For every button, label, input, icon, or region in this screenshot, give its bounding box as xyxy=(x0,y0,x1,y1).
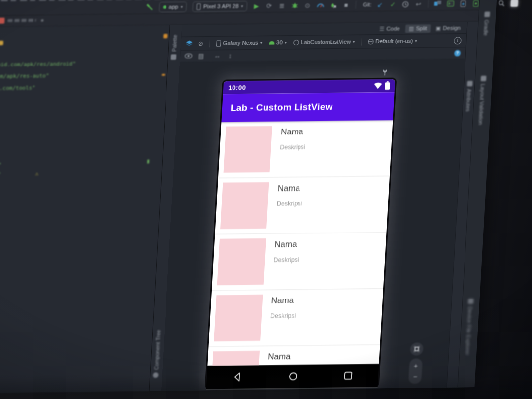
profiler-icon[interactable] xyxy=(315,0,326,9)
toolbar-separator xyxy=(361,38,362,46)
palette-label: Palette xyxy=(171,35,178,52)
gradle-label: Gradle xyxy=(483,20,490,36)
orientation-vertical-icon[interactable]: ↕ xyxy=(225,51,235,60)
search-everywhere-icon[interactable] xyxy=(497,0,507,8)
toolbar-spacer xyxy=(0,7,143,9)
help-icon[interactable]: ? xyxy=(454,50,461,56)
debug-button[interactable] xyxy=(290,1,300,10)
item-title: Nama xyxy=(268,352,291,362)
xml-tag-fragment-blurred xyxy=(0,41,3,45)
code-line: ent" xyxy=(0,171,1,178)
item-title: Nama xyxy=(281,127,303,137)
tab-design[interactable]: ▣ Design xyxy=(432,24,464,33)
api-level-select[interactable]: 30 ▾ xyxy=(269,39,287,45)
code-line: id.com/tools" xyxy=(0,85,35,92)
zoom-in-button[interactable]: + xyxy=(414,362,418,369)
apply-changes-icon[interactable]: ⟳ xyxy=(264,1,274,10)
night-mode-icon[interactable]: ⊘ xyxy=(196,39,206,48)
attach-debugger-icon[interactable]: ⊙ xyxy=(302,1,313,10)
design-canvas[interactable]: 10:00 Lab - Custom ListView Nama xyxy=(162,59,466,391)
item-subtitle: Deskripsi xyxy=(273,256,299,264)
apply-code-changes-icon[interactable]: ≣ xyxy=(277,1,287,10)
view-options-icon[interactable] xyxy=(183,52,194,61)
tab-close-icon[interactable] xyxy=(41,19,43,21)
phone-icon xyxy=(216,40,221,46)
theme-icon xyxy=(294,40,299,45)
chevron-down-icon: ▾ xyxy=(285,40,287,45)
attributes-icon xyxy=(467,81,473,86)
item-subtitle: Deskripsi xyxy=(270,312,296,320)
xml-file-icon xyxy=(0,18,5,24)
home-icon xyxy=(288,371,298,381)
toolbar-separator xyxy=(428,0,429,8)
warning-stripe-mark[interactable] xyxy=(162,74,165,76)
android-studio-window: app ▾ Pixel 3 API 28 ▾ ▶ ⟳ ≣ ⊙ ■ Git: ↙ … xyxy=(0,0,497,393)
git-history-icon[interactable] xyxy=(400,0,411,9)
tab-split[interactable]: ▥ Split xyxy=(405,24,431,33)
device-for-preview-select[interactable]: Galaxy Nexus ▾ xyxy=(216,39,262,46)
item-title: Nama xyxy=(274,239,297,250)
locale-label: Default (en-us) xyxy=(375,38,413,44)
device-select[interactable]: Pixel 3 API 28 ▾ xyxy=(192,1,247,12)
editor-file-tab[interactable] xyxy=(0,17,44,24)
design-panel: ☰ Code ▥ Split ▣ Design ⊘ Galaxy Nexus ▾ xyxy=(162,22,467,391)
zoom-out-button[interactable]: − xyxy=(413,373,417,380)
item-subtitle: Deskripsi xyxy=(277,200,302,207)
device-file-explorer-icon xyxy=(468,299,474,304)
preview-device-label: Galaxy Nexus xyxy=(223,40,258,46)
list-item: Nama Deskripsi xyxy=(207,345,380,366)
tab-gradle[interactable]: Gradle xyxy=(483,12,490,36)
git-update-icon[interactable]: ↙ xyxy=(375,0,385,9)
design-surface-icon[interactable] xyxy=(184,39,194,48)
stop-button[interactable]: ■ xyxy=(341,0,351,9)
render-issues-icon[interactable]: ! xyxy=(454,37,462,44)
profile-with-low-overhead-icon[interactable] xyxy=(328,0,338,9)
status-time: 10:00 xyxy=(228,84,246,91)
device-file-explorer-label: Device File Explorer xyxy=(465,306,473,355)
git-label: Git: xyxy=(363,1,372,7)
phone-preview[interactable]: 10:00 Lab - Custom ListView Nama xyxy=(205,78,397,389)
editor-mode-tabs: ☰ Code ▥ Split ▣ Design xyxy=(376,22,465,34)
item-title: Nama xyxy=(271,296,294,306)
chevron-down-icon: ▾ xyxy=(415,39,417,43)
run-configuration-select[interactable]: app ▾ xyxy=(159,1,187,12)
device-manager-icon[interactable] xyxy=(458,0,468,8)
item-thumbnail xyxy=(224,126,272,173)
settings-icon[interactable] xyxy=(509,0,520,7)
locale-select[interactable]: Default (en-us) ▾ xyxy=(368,38,417,44)
navigation-bar xyxy=(206,364,379,389)
terminal-icon[interactable] xyxy=(445,0,456,8)
list-view-icon[interactable]: ▤ xyxy=(196,51,206,60)
device-select-label: Pixel 3 API 28 xyxy=(203,3,239,9)
file-tab-label-blurred xyxy=(7,19,36,22)
list-view: Nama Deskripsi Nama Deskripsi Nama Deskr… xyxy=(207,120,393,366)
tab-component-tree[interactable]: Component Tree xyxy=(153,330,162,378)
tab-device-file-explorer[interactable]: Device File Explorer xyxy=(465,299,474,355)
chevron-down-icon: ▾ xyxy=(181,4,183,9)
code-line: ent" xyxy=(0,162,2,168)
run-button[interactable]: ▶ xyxy=(251,1,262,10)
tab-palette[interactable]: Palette xyxy=(171,35,178,60)
layout-validation-label: Layout Validation xyxy=(478,84,486,125)
theme-select[interactable]: LabCustomListView ▾ xyxy=(294,39,355,45)
canvas-zoom-controls: + − xyxy=(408,342,424,384)
api-level-label: 30 xyxy=(276,39,283,45)
git-rollback-icon[interactable]: ↩ xyxy=(413,0,424,8)
item-title: Nama xyxy=(277,183,300,194)
git-commit-icon[interactable]: ✓ xyxy=(388,0,398,9)
orientation-horizontal-icon[interactable]: ↔ xyxy=(212,51,223,60)
code-editor[interactable]: roid.com/apk/res/android"com/apk/res-aut… xyxy=(0,25,170,393)
project-structure-icon[interactable] xyxy=(432,0,443,8)
split-tab-label: Split xyxy=(416,25,427,31)
tab-layout-validation[interactable]: Layout Validation xyxy=(478,76,487,125)
build-hammer-icon[interactable] xyxy=(144,2,155,11)
list-item: Nama Deskripsi xyxy=(218,120,393,178)
palette-icon xyxy=(171,54,177,60)
split-mode-icon: ▥ xyxy=(409,25,414,32)
tab-code[interactable]: ☰ Code xyxy=(376,24,403,33)
component-tree-icon xyxy=(153,372,159,378)
theme-label: LabCustomListView xyxy=(301,39,351,45)
zoom-to-fit-button[interactable] xyxy=(410,342,423,355)
tab-attributes[interactable]: Attributes xyxy=(465,81,473,112)
inspection-status-indicator[interactable] xyxy=(163,34,168,38)
